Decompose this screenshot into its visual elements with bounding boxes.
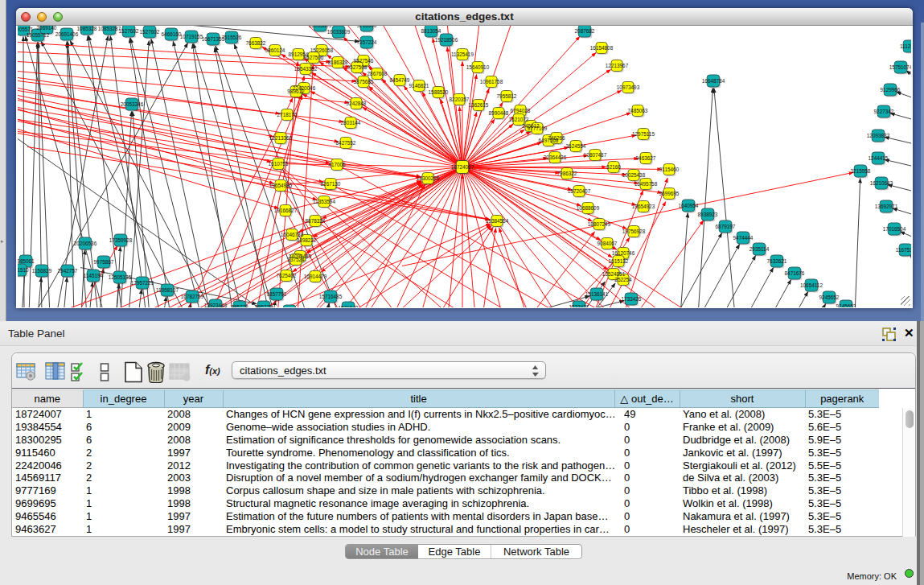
svg-text:9227342: 9227342 xyxy=(874,108,894,113)
svg-text:1905571: 1905571 xyxy=(18,26,34,31)
svg-text:8471676: 8471676 xyxy=(785,270,805,275)
svg-text:10688609: 10688609 xyxy=(577,204,600,210)
svg-text:9146821: 9146821 xyxy=(409,82,429,88)
svg-text:991510: 991510 xyxy=(18,266,29,272)
svg-text:13692971: 13692971 xyxy=(875,203,898,208)
svg-text:15751074: 15751074 xyxy=(889,64,911,69)
svg-text:8186328: 8186328 xyxy=(328,59,348,64)
svg-text:10654112: 10654112 xyxy=(800,282,823,287)
svg-text:17016504: 17016504 xyxy=(883,225,906,231)
svg-text:17957225: 17957225 xyxy=(131,279,154,285)
svg-text:16210643: 16210643 xyxy=(870,179,893,185)
svg-text:1156829: 1156829 xyxy=(32,267,52,273)
svg-text:7663822: 7663822 xyxy=(246,39,266,45)
svg-text:1640954: 1640954 xyxy=(679,202,699,208)
svg-text:8427552: 8427552 xyxy=(336,139,356,145)
svg-text:8813054: 8813054 xyxy=(421,27,441,33)
svg-text:8267130: 8267130 xyxy=(321,180,341,186)
svg-text:12213369: 12213369 xyxy=(269,134,293,140)
svg-text:15716485: 15716485 xyxy=(319,293,343,299)
svg-text:9129966: 9129966 xyxy=(881,86,901,92)
svg-text:985779: 985779 xyxy=(231,303,248,307)
svg-text:1733426: 1733426 xyxy=(622,295,642,301)
svg-text:9474444: 9474444 xyxy=(733,234,754,240)
svg-text:16495758: 16495758 xyxy=(634,180,658,186)
svg-text:15720407: 15720407 xyxy=(568,187,591,193)
svg-text:20691406: 20691406 xyxy=(55,31,79,36)
svg-text:12093832: 12093832 xyxy=(867,132,890,138)
svg-text:10807487: 10807487 xyxy=(584,151,607,157)
svg-text:2935114: 2935114 xyxy=(749,245,770,251)
svg-text:10853287: 10853287 xyxy=(98,26,121,31)
svg-text:1527602: 1527602 xyxy=(140,28,160,34)
svg-text:10719155: 10719155 xyxy=(180,33,203,39)
svg-text:137524: 137524 xyxy=(287,256,305,262)
svg-text:15136141: 15136141 xyxy=(585,290,609,296)
svg-text:62160: 62160 xyxy=(606,163,621,169)
svg-text:9115460: 9115460 xyxy=(659,166,680,171)
svg-text:2803144: 2803144 xyxy=(341,119,361,125)
svg-text:2718176: 2718176 xyxy=(277,111,298,117)
svg-text:7955812: 7955812 xyxy=(497,93,517,98)
svg-text:3215958: 3215958 xyxy=(851,167,871,173)
svg-text:7625402: 7625402 xyxy=(277,272,297,278)
svg-text:16120746: 16120746 xyxy=(612,249,635,255)
svg-text:12975115: 12975115 xyxy=(632,130,655,136)
svg-text:1362615: 1362615 xyxy=(469,101,489,107)
svg-text:19654923: 19654923 xyxy=(632,203,655,208)
svg-text:252254: 252254 xyxy=(614,276,632,282)
svg-text:17359928: 17359928 xyxy=(109,237,133,242)
svg-text:16914479: 16914479 xyxy=(304,273,327,278)
svg-text:20364436: 20364436 xyxy=(544,154,567,159)
svg-text:19166827: 19166827 xyxy=(274,207,298,212)
svg-text:6794028: 6794028 xyxy=(511,107,531,113)
svg-text:10025438: 10025438 xyxy=(622,171,646,177)
svg-text:16033809: 16033809 xyxy=(309,26,332,28)
svg-text:1167533: 1167533 xyxy=(896,246,911,252)
svg-text:9699695: 9699695 xyxy=(659,190,680,196)
svg-text:10961758: 10961758 xyxy=(480,78,503,84)
svg-text:18300295: 18300295 xyxy=(417,175,440,180)
svg-text:995779: 995779 xyxy=(255,303,273,307)
svg-text:1112849: 1112849 xyxy=(900,43,911,48)
svg-text:19384554: 19384554 xyxy=(486,217,509,223)
svg-text:9084067: 9084067 xyxy=(598,240,618,245)
svg-text:9527546: 9527546 xyxy=(354,57,374,63)
svg-text:7357224: 7357224 xyxy=(357,39,377,44)
svg-text:10973493: 10973493 xyxy=(617,84,640,89)
svg-text:16648784: 16648784 xyxy=(702,77,725,83)
svg-text:9860124: 9860124 xyxy=(265,47,285,52)
svg-text:7986322: 7986322 xyxy=(557,170,577,175)
svg-text:16543382: 16543382 xyxy=(294,65,318,71)
svg-text:6466160: 6466160 xyxy=(162,31,182,36)
svg-text:7632621: 7632621 xyxy=(767,257,787,263)
svg-text:1621072: 1621072 xyxy=(509,116,529,122)
svg-text:3498222: 3498222 xyxy=(297,237,317,242)
svg-text:9463627: 9463627 xyxy=(636,154,656,160)
svg-text:16154808: 16154808 xyxy=(590,44,614,50)
svg-text:8220357: 8220357 xyxy=(450,96,470,101)
svg-text:1610755: 1610755 xyxy=(269,160,289,166)
svg-text:1145194: 1145194 xyxy=(84,272,104,278)
svg-text:9857791: 9857791 xyxy=(267,290,287,296)
svg-text:8454749: 8454749 xyxy=(390,76,410,82)
svg-text:3875685: 3875685 xyxy=(354,78,374,84)
svg-text:12213967: 12213967 xyxy=(606,62,629,68)
svg-text:15640910: 15640910 xyxy=(466,64,490,69)
svg-text:19055712: 19055712 xyxy=(27,31,50,37)
svg-text:417006: 417006 xyxy=(328,161,346,167)
svg-text:18807249: 18807249 xyxy=(588,220,611,226)
svg-text:16033809: 16033809 xyxy=(327,28,351,34)
svg-text:8990448: 8990448 xyxy=(489,109,509,115)
svg-text:13524851: 13524851 xyxy=(602,270,626,276)
svg-text:11325419: 11325419 xyxy=(451,51,474,56)
svg-text:20206536: 20206536 xyxy=(74,240,97,245)
svg-text:9218506: 9218506 xyxy=(357,26,377,28)
svg-text:1571648: 1571648 xyxy=(339,304,359,307)
svg-text:2069140: 2069140 xyxy=(37,26,57,31)
svg-text:7485063: 7485063 xyxy=(628,107,648,113)
svg-text:16046738: 16046738 xyxy=(281,231,304,237)
svg-text:1085328: 1085328 xyxy=(77,26,97,31)
svg-text:18724007: 18724007 xyxy=(451,163,474,169)
svg-text:1615132: 1615132 xyxy=(609,257,629,263)
